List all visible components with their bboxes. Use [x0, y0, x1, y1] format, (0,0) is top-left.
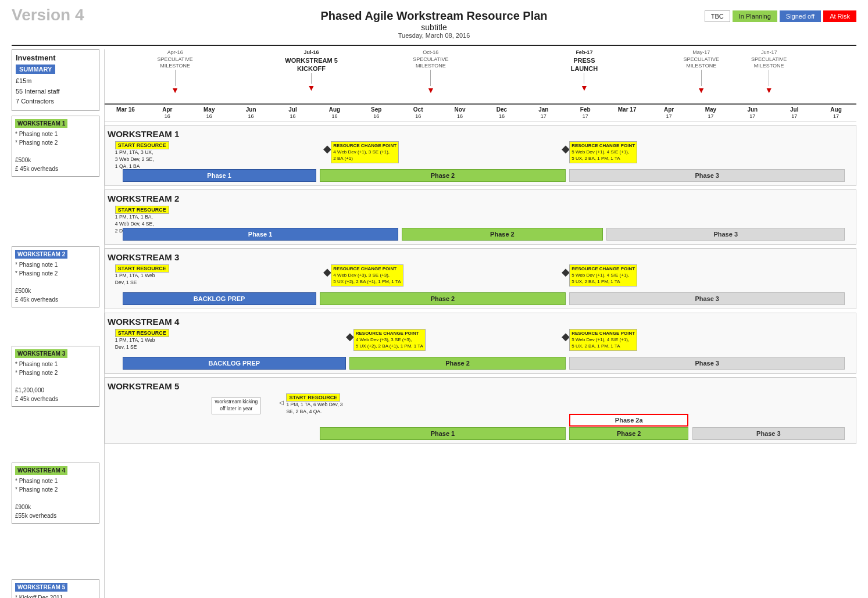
- month-mar16: Mar 16: [105, 106, 147, 119]
- ws5-start-resource: START RESOURCE: [286, 393, 340, 400]
- ws4-rc2-label: RESOURCE CHANGE POINT5 Web Dev (+1), 4 S…: [569, 329, 637, 351]
- ws4-timeline: START RESOURCE 1 PM, 1TA, 1 WebDev, 1 SE…: [108, 329, 852, 370]
- ws5-phase2a: Phase 2a: [569, 414, 688, 427]
- milestone-jun17: Jun-17SPECULATIVEMILESTONE ▼: [751, 49, 787, 94]
- header-divider: [12, 45, 856, 46]
- header: Version 4 Phased Agile Workstream Resour…: [12, 6, 856, 41]
- ws3-phase-backlog: BACKLOG PREP: [123, 292, 316, 305]
- ws5-timeline: Workstream kickingoff later in year STAR…: [108, 393, 852, 440]
- month-aug17: Aug17: [815, 106, 856, 119]
- ws4-notes: * Phasing note 1* Phasing note 2£900k£55…: [15, 477, 96, 520]
- month-oct16: Oct16: [397, 106, 439, 119]
- ws4-phase2: Phase 2: [349, 357, 565, 370]
- ws1-label: WORKSTREAM 1: [15, 119, 67, 128]
- ws5-kickoff-note: Workstream kickingoff later in year: [212, 397, 260, 414]
- ws3-rc1-label: RESOURCE CHANGE POINT4 Web Dev (+3), 3 S…: [331, 264, 403, 287]
- ws5-section: WORKSTREAM 5 Workstream kickingoff later…: [105, 377, 856, 444]
- investment-staff: 55 Internal staff: [16, 87, 95, 97]
- months-bar: Mar 16 Apr16 May16 Jun16 Jul16 Aug16 Sep…: [105, 105, 856, 121]
- milestone-arrow-oct16: ▼: [427, 86, 435, 94]
- ws5-notes: * Kickoff Dec 2011* Heavy investment fro…: [15, 593, 96, 598]
- ws4-title: WORKSTREAM 4: [108, 317, 852, 327]
- ws5-label: WORKSTREAM 5: [15, 583, 67, 592]
- ws2-section: WORKSTREAM 2 START RESOURCE 1 PM, 1TA, 1…: [105, 189, 856, 245]
- legend-planning: In Planning: [733, 10, 777, 22]
- ws3-left: WORKSTREAM 3 * Phasing note 1* Phasing n…: [12, 346, 99, 407]
- ws1-start-resource: START RESOURCE: [115, 141, 169, 148]
- ws5-phase1: Phase 1: [320, 427, 566, 440]
- legend-tbc: TBC: [705, 10, 730, 22]
- ws2-start-resource: START RESOURCE: [115, 206, 169, 213]
- milestone-area: Apr-16SPECULATIVEMILESTONE ▼ Jul-16WORKS…: [105, 49, 856, 105]
- ws3-start-details: 1 PM, 1TA, 1 WebDev, 1 SE: [115, 273, 155, 287]
- month-jul17: Jul17: [773, 106, 815, 119]
- ws4-phase3: Phase 3: [569, 357, 845, 370]
- month-apr16: Apr16: [147, 106, 188, 119]
- ws4-label: WORKSTREAM 4: [15, 466, 67, 475]
- version-label: Version 4: [12, 6, 84, 24]
- legend-signed: Signed off: [780, 10, 821, 22]
- month-aug16: Aug16: [313, 106, 355, 119]
- ws3-phase2: Phase 2: [320, 292, 566, 305]
- ws4-section: WORKSTREAM 4 START RESOURCE 1 PM, 1TA, 1…: [105, 313, 856, 374]
- month-dec16: Dec16: [481, 106, 523, 119]
- month-sep16: Sep16: [355, 106, 397, 119]
- ws3-start-resource: START RESOURCE: [115, 264, 169, 271]
- month-jun17: Jun17: [731, 106, 773, 119]
- milestone-arrow-may17: ▼: [697, 86, 705, 94]
- investment-title: Investment: [16, 53, 95, 62]
- milestone-oct16: Oct-16SPECULATIVEMILESTONE ▼: [413, 49, 448, 94]
- left-panel: Investment SUMMARY £15m 55 Internal staf…: [12, 49, 105, 598]
- ws4-phase-backlog: BACKLOG PREP: [123, 357, 346, 370]
- milestone-apr16: Apr-16SPECULATIVEMILESTONE ▼: [158, 49, 193, 94]
- ws1-notes: * Phasing note 1* Phasing note 2£500k£ 4…: [15, 130, 96, 173]
- ws5-phase3: Phase 3: [692, 427, 845, 440]
- right-panel: Apr-16SPECULATIVEMILESTONE ▼ Jul-16WORKS…: [105, 49, 856, 598]
- ws5-phase2: Phase 2: [569, 427, 688, 440]
- investment-amount: £15m: [16, 76, 95, 87]
- milestone-jul16: Jul-16WORKSTREAM 5KICKOFF ▼: [285, 49, 337, 92]
- legend-risk: At Risk: [823, 10, 856, 22]
- ws1-rc1-label: RESOURCE CHANGE POINT4 Web Dev (+1), 3 S…: [331, 141, 399, 163]
- ws2-left: WORKSTREAM 2 * Phasing note 1* Phasing n…: [12, 246, 99, 307]
- ws5-start-details: 1 PM, 1 TA, 6 Web Dev, 3SE, 2 BA, 4 QA.: [286, 402, 342, 416]
- investment-box: Investment SUMMARY £15m 55 Internal staf…: [12, 49, 99, 111]
- month-feb17: Feb17: [565, 106, 606, 119]
- ws4-start-details: 1 PM, 1TA, 1 WebDev, 1 SE: [115, 337, 155, 351]
- investment-summary: SUMMARY: [16, 65, 55, 74]
- month-jun16: Jun16: [230, 106, 272, 119]
- ws5-title: WORKSTREAM 5: [108, 381, 852, 391]
- ws2-label: WORKSTREAM 2: [15, 250, 67, 259]
- ws1-left: WORKSTREAM 1 * Phasing note 1* Phasing n…: [12, 116, 99, 177]
- ws1-start-details: 1 PM, 1TA, 3 UX,3 Web Dev, 2 SE,1 QA, 1 …: [115, 149, 154, 170]
- ws4-start-resource: START RESOURCE: [115, 329, 169, 336]
- legend: TBC In Planning Signed off At Risk: [705, 10, 856, 22]
- ws2-title: WORKSTREAM 2: [108, 194, 852, 203]
- ws1-phase1: Phase 1: [123, 169, 316, 182]
- month-jan17: Jan17: [523, 106, 565, 119]
- ws3-title: WORKSTREAM 3: [108, 252, 852, 262]
- ws3-phase3: Phase 3: [569, 292, 845, 305]
- milestone-feb17: Feb-17PRESSLAUNCH ▼: [571, 49, 598, 92]
- month-jul16: Jul16: [272, 106, 314, 119]
- ws3-label: WORKSTREAM 3: [15, 349, 67, 358]
- ws4-left: WORKSTREAM 4 * Phasing note 1* Phasing n…: [12, 463, 99, 524]
- ws1-rc2-label: RESOURCE CHANGE POINT5 Web Dev (+1), 4 S…: [569, 141, 637, 163]
- ws2-notes: * Phasing note 1* Phasing note 2£500k£ 4…: [15, 260, 96, 304]
- ws3-section: WORKSTREAM 3 START RESOURCE 1 PM, 1TA, 1…: [105, 248, 856, 309]
- ws3-notes: * Phasing note 1* Phasing note 2£1,200,0…: [15, 360, 96, 403]
- milestone-arrow-jul16: ▼: [308, 84, 316, 92]
- ws4-rc1-label: RESOURCE CHANGE POINT4 Web Dev (+3), 3 S…: [353, 329, 426, 351]
- date-label: Tuesday, March 08, 2016: [12, 32, 856, 39]
- investment-details: £15m 55 Internal staff 7 Contractors: [16, 76, 95, 107]
- ws2-phase1: Phase 1: [123, 228, 398, 241]
- ws5-left: WORKSTREAM 5 * Kickoff Dec 2011* Heavy i…: [12, 579, 99, 598]
- ws2-phase2: Phase 2: [402, 228, 603, 241]
- ws2-timeline: START RESOURCE 1 PM, 1TA, 1 BA,4 Web Dev…: [108, 206, 852, 241]
- main-content: Investment SUMMARY £15m 55 Internal staf…: [12, 49, 856, 598]
- milestone-arrow-jun17: ▼: [765, 86, 773, 94]
- investment-contractors: 7 Contractors: [16, 96, 95, 107]
- month-apr17: Apr17: [648, 106, 690, 119]
- month-nov16: Nov16: [439, 106, 481, 119]
- ws1-phase3: Phase 3: [569, 169, 845, 182]
